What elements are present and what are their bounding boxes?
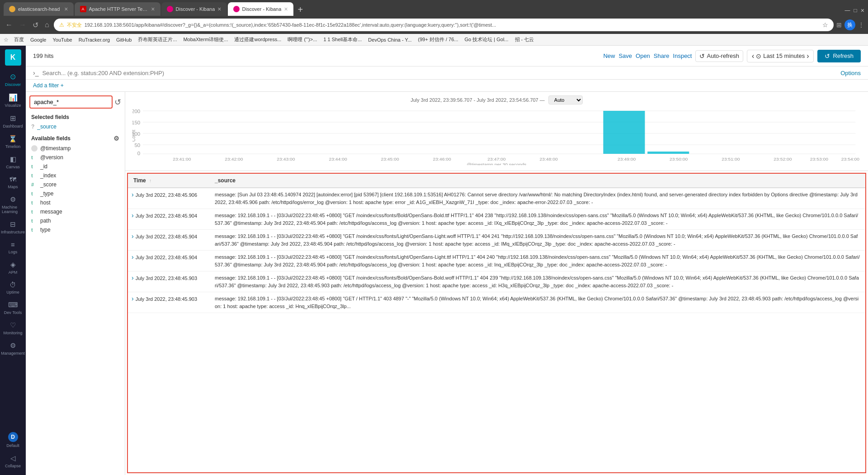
expand-row-button[interactable]: ›	[132, 295, 134, 302]
bookmark-devops[interactable]: DevOps China - Y...	[365, 36, 414, 43]
sidebar-item-devtools[interactable]: ⌨ Dev Tools	[0, 298, 26, 318]
options-button[interactable]: Options	[840, 70, 861, 76]
field-type-t7: t	[31, 218, 38, 223]
profile-icon[interactable]: 换	[844, 19, 855, 30]
inspect-button[interactable]: Inspect	[673, 52, 692, 59]
close-icon[interactable]: ×	[151, 5, 155, 13]
field-item-score[interactable]: # _score	[26, 180, 125, 189]
source-field-item[interactable]: ? _source	[26, 122, 125, 131]
address-bar[interactable]: ⚠ 不安全 192.168.109.138:5601/app/kibana#/d…	[54, 19, 834, 31]
tab-kibana1[interactable]: Discover - Kibana ×	[161, 2, 227, 16]
bookmark-wordpress[interactable]: 通过搭建wordpress...	[231, 35, 284, 44]
time-range-picker[interactable]: ‹ ⊙ Last 15 minutes ›	[747, 50, 814, 62]
open-button[interactable]: Open	[636, 52, 650, 59]
bookmark-golang[interactable]: Go 技术论坛 | Gol...	[462, 35, 511, 44]
reload-button[interactable]: ↺	[31, 19, 40, 31]
next-time-icon[interactable]: ›	[807, 52, 809, 60]
close-window-button[interactable]: ×	[861, 7, 864, 14]
sidebar-label-management: Management	[1, 351, 25, 356]
sidebar-item-discover[interactable]: ⊙ Discover	[0, 69, 26, 90]
main-split: apache_* ↺ Selected fields ? _source	[26, 92, 868, 475]
field-item-doctype[interactable]: t type	[26, 225, 125, 234]
expand-row-button[interactable]: ›	[132, 191, 134, 198]
time-column-header[interactable]: Time ↑	[128, 174, 209, 188]
menu-icon[interactable]: ⋮	[858, 21, 864, 28]
svg-text:@timestamp per 30 seconds: @timestamp per 30 seconds	[467, 162, 527, 165]
auto-refresh-toggle[interactable]: ↺ Auto-refresh	[695, 50, 743, 62]
source-cell: message: [Sun Jul 03 23:48:45.140974 202…	[209, 188, 865, 209]
bookmark-shell[interactable]: 1 1 Shell基本命...	[321, 35, 364, 44]
bookmark-google[interactable]: Google	[28, 36, 49, 43]
sidebar-item-visualize[interactable]: 📊 Visualize	[0, 90, 26, 111]
sidebar-item-collapse[interactable]: ◁ Collapse	[0, 451, 26, 471]
bookmark-baidu[interactable]: 百度	[11, 35, 27, 44]
expand-row-button[interactable]: ›	[132, 212, 134, 219]
chart-time-range-label: July 3rd 2022, 23:39:56.707 - July 3rd 2…	[410, 97, 545, 103]
sidebar-item-management[interactable]: ⚙ Management	[0, 338, 26, 359]
bookmark-mobaXterm[interactable]: MobaXterm详细使...	[180, 35, 231, 44]
sidebar-item-canvas[interactable]: ◧ Canvas	[0, 152, 26, 172]
field-type-hash: #	[31, 182, 38, 187]
tab-elastic[interactable]: elasticsearch-head ×	[4, 2, 74, 16]
expand-row-button[interactable]: ›	[132, 233, 134, 240]
hits-count: 199 hits	[33, 52, 54, 59]
extensions-icon[interactable]: ⊞	[836, 21, 842, 28]
field-item-index[interactable]: t _index	[26, 171, 125, 180]
field-item-id[interactable]: t _id	[26, 162, 125, 171]
bookmark-youtube[interactable]: YouTube	[50, 36, 75, 43]
sidebar-item-ml[interactable]: ⚙ Machine Learning	[0, 192, 26, 217]
kibana-logo[interactable]: K	[5, 49, 21, 66]
new-button[interactable]: New	[603, 52, 615, 59]
chart-interval-select[interactable]: Auto Second Minute Hour	[548, 95, 583, 104]
bookmark-rutracker[interactable]: RuTracker.org	[76, 36, 113, 43]
bookmark-mail[interactable]: (99+ 封信件 / 76...	[415, 35, 461, 44]
home-button[interactable]: ⌂	[43, 19, 51, 31]
sidebar-item-uptime[interactable]: ⏱ Uptime	[0, 278, 26, 298]
bookmark-icon[interactable]: ☆	[822, 21, 828, 28]
expand-row-button[interactable]: ›	[132, 274, 134, 281]
svg-text:23:52:00: 23:52:00	[774, 157, 792, 162]
sidebar-item-apm[interactable]: ◈ APM	[0, 257, 26, 278]
bookmark-recruit[interactable]: 招 - 七云	[512, 35, 537, 44]
close-icon[interactable]: ×	[64, 5, 68, 13]
field-item-type[interactable]: t _type	[26, 189, 125, 198]
time-cell: ›July 3rd 2022, 23:48:45.906	[128, 188, 209, 209]
sidebar-item-monitoring[interactable]: ♡ Monitoring	[0, 318, 26, 338]
sidebar-item-default[interactable]: D Default	[0, 429, 26, 451]
close-icon[interactable]: ×	[217, 5, 221, 13]
field-item-host[interactable]: t host	[26, 198, 125, 207]
field-item-message[interactable]: t message	[26, 207, 125, 216]
bookmark-bilibili[interactable]: 啊哩哩 ("')>...	[285, 35, 320, 44]
sidebar-item-logs[interactable]: ≡ Logs	[0, 238, 26, 257]
sidebar-item-infrastructure[interactable]: ⊟ Infrastructure	[0, 217, 26, 238]
refresh-button[interactable]: ↺ Refresh	[817, 50, 861, 62]
close-icon[interactable]: ×	[284, 5, 288, 13]
expand-row-button[interactable]: ›	[132, 253, 134, 261]
minimize-button[interactable]: —	[845, 7, 850, 14]
histogram-chart: 200 150 100 50 0 Count	[132, 106, 861, 165]
tab-apache[interactable]: A Apache HTTP Server Test Pag... ×	[75, 2, 160, 16]
prev-time-icon[interactable]: ‹	[752, 52, 754, 60]
search-input[interactable]	[42, 70, 837, 76]
tab-kibana2-active[interactable]: Discover - Kibana ×	[228, 2, 293, 16]
index-pattern-dropdown[interactable]: apache_*	[29, 95, 113, 109]
new-tab-button[interactable]: +	[294, 5, 307, 15]
refresh-spinner-icon: ↺	[825, 52, 830, 60]
field-item-timestamp[interactable]: @timestamp	[26, 144, 125, 153]
back-button[interactable]: ←	[4, 19, 14, 31]
save-button[interactable]: Save	[618, 52, 632, 59]
bookmark-github[interactable]: GitHub	[113, 36, 134, 43]
refresh-fields-icon[interactable]: ↺	[114, 97, 121, 107]
sidebar-item-dashboard[interactable]: ⊞ Dashboard	[0, 111, 26, 132]
gear-icon[interactable]: ⚙	[113, 135, 119, 142]
sidebar-item-timelion[interactable]: ⌛ Timelion	[0, 132, 26, 152]
bookmark-english[interactable]: 乔布斯英语正片...	[135, 35, 179, 44]
forward-button[interactable]: →	[17, 19, 28, 31]
share-button[interactable]: Share	[654, 52, 670, 59]
add-filter-button[interactable]: Add a filter +	[33, 82, 64, 89]
field-item-path[interactable]: t path	[26, 216, 125, 225]
field-name-timestamp: @timestamp	[40, 145, 71, 152]
field-item-version[interactable]: t @version	[26, 153, 125, 162]
maximize-button[interactable]: □	[854, 7, 857, 14]
sidebar-item-maps[interactable]: 🗺 Maps	[0, 172, 26, 192]
